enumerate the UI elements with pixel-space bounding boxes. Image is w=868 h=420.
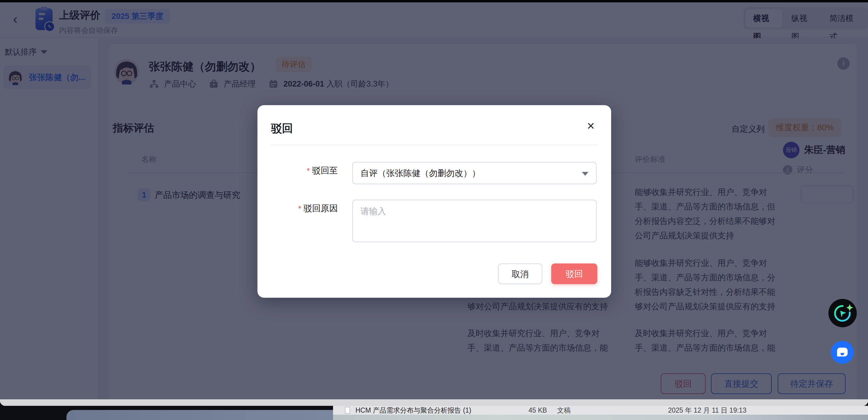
chat-button[interactable]	[831, 341, 854, 364]
reject-to-label: *驳回至	[257, 165, 338, 177]
file-date: 2025 年 12 月 11 日 19:13	[668, 406, 747, 415]
file-name: HCM 产品需求分布与聚合分析报告 (1)	[355, 406, 521, 415]
reject-to-value: 自评（张张陈健（勿删勿改））	[361, 162, 480, 184]
ai-assistant-button[interactable]	[829, 299, 857, 327]
desktop-background: HCM 产品需求分布与聚合分析报告 (1) 45 KB 文稿 2025 年 12…	[0, 406, 868, 420]
file-size: 45 KB	[528, 407, 547, 414]
confirm-reject-button[interactable]: 驳回	[551, 264, 597, 284]
modal-divider	[271, 145, 597, 145]
top-strip	[0, 0, 868, 2]
close-icon[interactable]: ×	[587, 119, 595, 132]
screen: ‹ ✎ 上级评价 2025 第三季度 内容将会自动保存 横视图 纵视图 简洁模式…	[0, 0, 868, 420]
reject-to-select[interactable]: 自评（张张陈健（勿删勿改））	[352, 162, 597, 184]
required-mark: *	[307, 166, 310, 175]
required-mark: *	[298, 204, 301, 213]
document-icon	[345, 407, 350, 414]
modal-title: 驳回	[271, 121, 293, 136]
file-kind: 文稿	[557, 406, 571, 415]
finder-file-row[interactable]: HCM 产品需求分布与聚合分析报告 (1) 45 KB 文稿 2025 年 12…	[333, 406, 868, 415]
reject-reason-textarea[interactable]	[352, 200, 597, 242]
chat-bubble-icon	[837, 348, 848, 357]
background-window-content	[333, 415, 868, 420]
reject-modal: 驳回 × *驳回至 自评（张张陈健（勿删勿改）） *驳回原因 取消 驳回	[257, 105, 611, 298]
window-bottom-edge	[0, 399, 868, 406]
chevron-down-icon	[582, 172, 588, 176]
cancel-button[interactable]: 取消	[498, 264, 542, 284]
ai-assistant-icon	[829, 299, 857, 327]
reject-reason-label: *驳回原因	[257, 203, 338, 214]
